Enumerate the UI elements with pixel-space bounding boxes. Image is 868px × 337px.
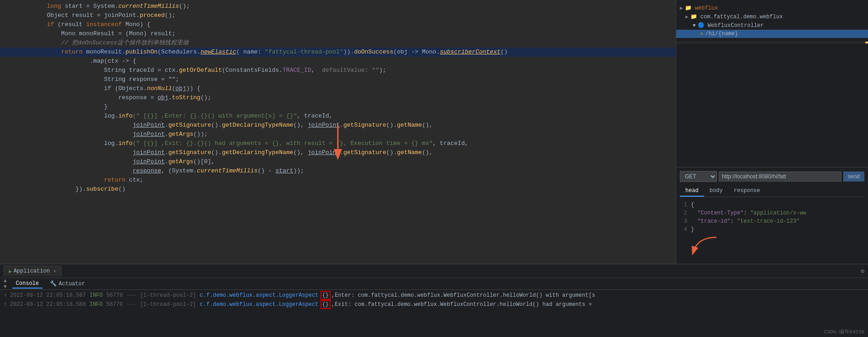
expand-icon: ▼	[693, 23, 696, 28]
code-line: }).subscribe()	[0, 185, 676, 194]
log-timestamp: 2022-08-12 22:05:18.587	[10, 291, 86, 300]
code-line: joinPoint.getSignature().getDeclaringTyp…	[0, 148, 676, 157]
log-sep: ---	[126, 291, 136, 300]
resp-line-1: 1 {	[680, 201, 864, 209]
actuator-label: Actuator	[59, 281, 85, 287]
folder-icon: ▶	[685, 14, 689, 20]
endpoint-indicator: ●	[700, 31, 703, 37]
code-line: return ctx;	[0, 176, 676, 185]
log-logger: c.f.demo.webflux.aspect.LoggerAspect	[200, 291, 318, 300]
scroll-arrows: ▲ ▼	[4, 278, 7, 289]
code-line: }	[0, 102, 676, 112]
response-arrow	[680, 237, 864, 260]
code-line: return monoResult.publishOn(Schedulers.n…	[0, 48, 676, 57]
tree-item-controller[interactable]: ▼ 🔵 WebfluxController	[676, 21, 868, 30]
code-line: Object result = joinPoint.proceed();	[0, 11, 676, 20]
log-line-1: ↑ 2022-08-12 22:05:18.587 INFO 56770 ---…	[0, 291, 868, 300]
code-line: log.info(" [{}] ,Exit: {}.{}() had argum…	[0, 139, 676, 148]
code-line: joinPoint.getSignature().getDeclaringTyp…	[0, 121, 676, 130]
code-line: if (Objects.nonNull(obj)) {	[0, 84, 676, 93]
sidebar-divider	[676, 42, 868, 43]
app-tab-label: Application	[14, 268, 50, 274]
main-area: long start = System.currentTimeMillis();…	[0, 0, 868, 264]
http-response-content: 1 { 2 "Content-Type": "application/x-ww …	[680, 199, 864, 235]
resp-line-3: 3 "trace-id": "test-trace-id-123"	[680, 217, 864, 225]
tree-item-endpoint[interactable]: ● /hi/{name}	[676, 30, 868, 38]
http-panel: GET POST PUT DELETE send head body respo…	[676, 167, 868, 264]
code-line: if (result instanceof Mono) {	[0, 20, 676, 29]
code-content: long start = System.currentTimeMillis();…	[0, 0, 676, 264]
http-request-row: GET POST PUT DELETE send	[680, 171, 864, 182]
tree-item-webflux[interactable]: ▶ 📁 webflux	[676, 4, 868, 12]
code-editor-panel: long start = System.currentTimeMillis();…	[0, 0, 676, 264]
http-method-select[interactable]: GET POST PUT DELETE	[680, 171, 717, 182]
log-arrow-icon: ↑	[4, 291, 7, 300]
log-thread: [1-thread-pool-2]	[140, 300, 196, 309]
resp-line-2: 2 "Content-Type": "application/x-ww	[680, 209, 864, 217]
code-line: long start = System.currentTimeMillis();	[0, 2, 676, 11]
code-line: joinPoint.getArgs()[0],	[0, 157, 676, 166]
log-sep: ---	[126, 300, 136, 309]
application-tab[interactable]: ▶ Application ✕	[4, 266, 61, 276]
log-pid: 56770	[106, 300, 123, 309]
tab-body[interactable]: body	[704, 186, 728, 197]
spacer	[676, 43, 868, 167]
code-line: log.info(" [{}] ,Enter: {}.{}() with arg…	[0, 112, 676, 121]
folder-icon: ▶	[680, 5, 683, 11]
log-level: INFO	[89, 300, 103, 309]
code-line: // 把doOnSuccess这个操作放到单独线程里做	[0, 38, 676, 48]
code-line: Mono monoResult = (Mono) result;	[0, 29, 676, 38]
console-tab[interactable]: Console	[12, 279, 43, 289]
log-line-2: ↑ 2022-08-12 22:05:18.588 INFO 56770 ---…	[0, 300, 868, 309]
code-line: joinPoint.getArgs());	[0, 130, 676, 139]
app-icon: ▶	[9, 268, 12, 274]
tree-label: /hi/{name}	[705, 31, 738, 37]
tree-label: 📁 com.fattycal.demo.webflux	[690, 13, 783, 20]
log-logger: c.f.demo.webflux.aspect.LoggerAspect	[200, 300, 318, 309]
log-bracket-box: {}	[320, 291, 331, 300]
log-thread: [1-thread-pool-2]	[140, 291, 196, 300]
console-toolbar: ▲ ▼ Console 🔧 Actuator	[0, 278, 868, 290]
right-sidebar: ▶ 📁 webflux ▶ 📁 com.fattycal.demo.webflu…	[676, 0, 868, 264]
tree-item-package[interactable]: ▶ 📁 com.fattycal.demo.webflux	[676, 12, 868, 21]
scroll-down-icon[interactable]: ▼	[4, 284, 7, 289]
code-line: .map(ctx -> {	[0, 57, 676, 66]
log-area: ↑ 2022-08-12 22:05:18.587 INFO 56770 ---…	[0, 290, 868, 337]
tab-response[interactable]: response	[728, 186, 766, 197]
log-message: ,Exit: com.fattycal.demo.webflux.Webflux…	[331, 300, 592, 309]
tree-label: 📁 webflux	[685, 5, 718, 11]
watermark: CSDN-编号94530	[824, 328, 864, 335]
bottom-panel: ▶ Application ✕ ⚙ ▲ ▼ Console 🔧 Actuator…	[0, 264, 868, 337]
code-line: String response = "";	[0, 75, 676, 84]
actuator-tab[interactable]: 🔧 Actuator	[46, 279, 89, 288]
log-bracket-box: {}	[320, 300, 331, 309]
code-line: response, (System.currentTimeMillis() - …	[0, 166, 676, 176]
log-arrow-icon: ↑	[4, 300, 7, 309]
scroll-indicator	[865, 42, 868, 43]
close-icon[interactable]: ✕	[54, 268, 56, 274]
response-arrow-svg	[689, 233, 726, 256]
http-tabs: head body response	[680, 186, 864, 197]
log-message: ,Enter: com.fattycal.demo.webflux.Webflu…	[331, 291, 595, 300]
http-send-button[interactable]: send	[843, 171, 864, 182]
settings-icon[interactable]: ⚙	[861, 267, 864, 275]
sidebar-tree: ▶ 📁 webflux ▶ 📁 com.fattycal.demo.webflu…	[676, 0, 868, 42]
code-line: response = obj.toString();	[0, 93, 676, 102]
actuator-icon: 🔧	[50, 280, 57, 287]
log-pid: 56770	[106, 291, 123, 300]
scroll-up-icon[interactable]: ▲	[4, 278, 7, 284]
http-url-input[interactable]	[719, 171, 841, 182]
bottom-tab-bar: ▶ Application ✕ ⚙	[0, 264, 868, 278]
log-timestamp: 2022-08-12 22:05:18.588	[10, 300, 86, 309]
code-line: String traceId = ctx.getOrDefault(Consta…	[0, 66, 676, 75]
log-level: INFO	[89, 291, 103, 300]
tree-label: 🔵 WebfluxController	[698, 22, 764, 29]
tab-head[interactable]: head	[680, 186, 704, 197]
